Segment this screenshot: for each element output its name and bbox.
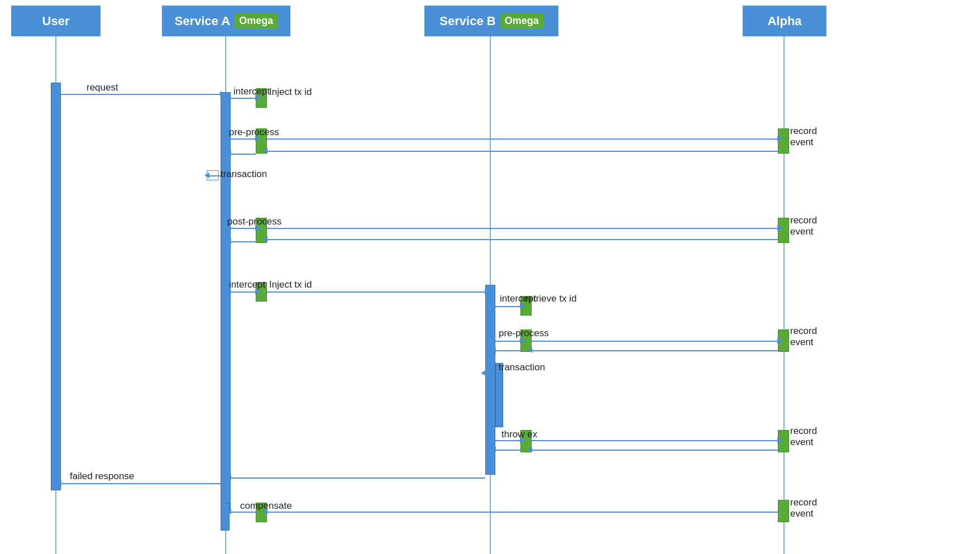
arrow-postprocess-alpha-return [267, 239, 778, 240]
lifeline-line-alpha [783, 36, 785, 554]
label-postprocess: post-process [227, 216, 281, 227]
label-record-event2: recordevent [790, 215, 817, 237]
label-failed-response: failed response [70, 471, 134, 482]
arrow-transaction2-return [485, 373, 495, 374]
label-intercept2: intercept [229, 279, 265, 290]
label-intercept1: intercept [233, 86, 270, 97]
arrow-postprocess-alpha [267, 228, 778, 229]
arrow-intercept1 [231, 98, 256, 99]
arrow-serviceB-return [231, 477, 485, 479]
arrow-preprocess2-alpha-return [532, 350, 778, 351]
arrow-compensate-from-alpha [267, 512, 778, 513]
label-throwex: throw ex [501, 429, 537, 440]
arrow-preprocess-return [231, 154, 256, 155]
lifeline-label-alpha: Alpha [767, 14, 801, 28]
activation-user [51, 83, 61, 490]
label-record-event5: recordevent [790, 497, 817, 519]
arrow-serviceA-to-serviceB [267, 292, 485, 293]
label-retrieve-tx-id: retrieve tx id [525, 293, 577, 304]
arrow-preprocess2-return [495, 350, 520, 351]
lifeline-label-serviceB: Service B [439, 14, 495, 28]
arrow-intercept2 [231, 292, 256, 293]
lifeline-header-serviceB: Service B Omega [424, 6, 558, 36]
arrow-preprocess1 [231, 138, 256, 140]
label-inject-tx-id2: Inject tx id [269, 279, 312, 290]
arrow-preprocess2-alpha [532, 341, 778, 342]
lifeline-label-serviceA: Service A [175, 14, 230, 28]
label-preprocess1: pre-process [229, 127, 279, 138]
arrow-throwex-alpha-return [532, 450, 778, 451]
label-preprocess2: pre-process [499, 328, 549, 339]
lifeline-header-user: User [11, 6, 101, 36]
arrow-request [61, 94, 221, 95]
lifeline-label-user: User [42, 14, 70, 28]
label-request: request [87, 82, 118, 93]
arrow-compensate [231, 512, 256, 513]
label-transaction1: transaction [221, 169, 267, 180]
lifeline-header-serviceA: Service A Omega [162, 6, 290, 36]
label-transaction2: transaction [499, 362, 545, 373]
label-record-event1: recordevent [790, 126, 817, 148]
arrow-postprocess [231, 228, 256, 229]
arrow-preprocess2 [495, 341, 520, 342]
badge-omega-B: Omega [500, 13, 543, 28]
arrow-preprocess-alpha1-return [267, 151, 778, 152]
green-box-alpha-compensate [778, 500, 789, 522]
arrow-throwex-alpha [532, 440, 778, 441]
label-record-event4: recordevent [790, 426, 817, 448]
badge-omega-A: Omega [235, 13, 278, 28]
activation-serviceB [485, 285, 495, 475]
arrow-throwex-return [495, 450, 520, 451]
lifeline-header-alpha: Alpha [743, 6, 826, 36]
arrow-throwex [495, 440, 520, 441]
sequence-diagram: User Service A Omega Service B Omega Alp… [0, 0, 980, 554]
activation-serviceA-bottom [221, 503, 230, 531]
arrow-postprocess-return [231, 241, 256, 242]
arrow-intercept3 [495, 306, 520, 307]
arrow-preprocess-alpha1 [267, 138, 778, 140]
arrow-transaction-return [209, 175, 221, 176]
arrow-failed-response [61, 483, 221, 484]
label-inject-tx-id1: Inject tx id [269, 87, 312, 98]
label-record-event3: recordevent [790, 326, 817, 348]
